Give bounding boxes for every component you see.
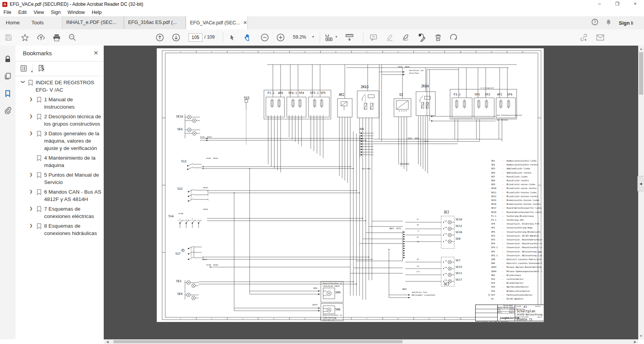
- frame-number: 1: [180, 51, 181, 53]
- title-block-header-cell: Name: [509, 305, 515, 307]
- zoom-in-icon[interactable]: [275, 32, 286, 43]
- cloud-upload-icon[interactable]: [36, 32, 46, 43]
- doc-tab-2[interactable]: EFG_VACe.pdf (SEC...✕: [186, 16, 248, 29]
- delete-pages-icon[interactable]: [433, 32, 444, 43]
- pdf-page[interactable]: 5S5F1.1 4F65F4.1 5F45F5.1 5F54K22K63U12K…: [157, 48, 544, 322]
- doc-tab-0[interactable]: INHALT_e.PDF (SEC...: [62, 16, 124, 29]
- chevron-icon[interactable]: ❯: [29, 97, 34, 101]
- highlight-icon[interactable]: [384, 32, 395, 43]
- frame-number: 11: [491, 51, 493, 53]
- document-area[interactable]: 5S5F1.1 4F65F4.1 5F45F5.1 5F54K22K63U12K…: [104, 46, 638, 339]
- scroll-up-icon[interactable]: ▲: [638, 47, 644, 51]
- chevron-icon[interactable]: ❯: [29, 223, 34, 228]
- close-button[interactable]: ×: [626, 0, 644, 9]
- page-thumbnails-icon[interactable]: [3, 72, 12, 80]
- expand-current-bookmark-icon[interactable]: [37, 64, 46, 74]
- save-icon[interactable]: [3, 32, 14, 43]
- fit-dropdown-caret[interactable]: ▼: [335, 35, 338, 39]
- drawing-subtitle: StVZO-Beleuchtung: [517, 313, 543, 316]
- horizontal-scroll-thumb[interactable]: [113, 340, 402, 343]
- frame-number: 4: [273, 51, 274, 53]
- menu-item-sign[interactable]: Sign: [48, 10, 64, 15]
- bookmarks-close-icon[interactable]: ✕: [93, 49, 98, 56]
- scroll-left-icon[interactable]: ◀: [104, 340, 110, 344]
- chevron-icon[interactable]: ❯: [29, 172, 34, 177]
- zoom-out-icon[interactable]: [259, 32, 270, 43]
- email-icon[interactable]: [595, 32, 606, 43]
- title-block-cell: Bearb.: [498, 307, 504, 309]
- bookmark-item-7[interactable]: ❯7 Esquemas de conexiones eléctricas: [15, 205, 104, 220]
- acrobat-window: A EFG_VACe.pdf (SECURED) - Adobe Acrobat…: [0, 0, 644, 344]
- tools-pane-handle[interactable]: ◀: [637, 176, 644, 191]
- bookmark-item-5[interactable]: ❯5 Puntos del Manual de Servicio: [15, 171, 104, 186]
- bookmarks-panel-icon[interactable]: [3, 89, 12, 98]
- select-tool-icon[interactable]: [227, 32, 238, 43]
- frame-number: 9: [428, 51, 429, 53]
- menu-item-edit[interactable]: Edit: [15, 10, 30, 15]
- notifications-bell-icon[interactable]: [605, 19, 612, 27]
- bookmark-item-3[interactable]: ❯3 Datos generales de la máquina, valore…: [15, 130, 104, 152]
- close-tab-icon[interactable]: ✕: [243, 20, 247, 26]
- title-block-cell: Norm: [498, 312, 504, 313]
- chevron-icon[interactable]: ❯: [29, 189, 34, 194]
- share-link-icon[interactable]: [578, 32, 589, 43]
- find-icon[interactable]: [67, 32, 78, 43]
- help-icon[interactable]: ?: [591, 19, 598, 27]
- bookmark-item-1[interactable]: ❯1 Manual de instrucciones: [15, 96, 104, 111]
- chevron-icon[interactable]: ❯: [21, 80, 25, 85]
- sign-in-button[interactable]: Sign In: [619, 20, 633, 26]
- tab-home[interactable]: Home: [0, 16, 26, 29]
- tab-tools[interactable]: Tools: [26, 16, 50, 29]
- horizontal-scrollbar[interactable]: ◀ ▶: [104, 339, 638, 344]
- menu-item-help[interactable]: Help: [88, 10, 105, 15]
- sign-pen-icon[interactable]: [401, 32, 412, 43]
- bookmark-item-2[interactable]: ❯2 Descripción técnica de los grupos con…: [15, 113, 104, 128]
- menu-item-view[interactable]: View: [30, 10, 48, 15]
- scroll-down-icon[interactable]: ▼: [638, 334, 644, 338]
- drawing-title: Schaltplan: [517, 310, 535, 313]
- zoom-dropdown-caret[interactable]: ▼: [312, 35, 315, 39]
- bookmark-icon: [36, 223, 42, 231]
- chevron-icon[interactable]: ❯: [29, 206, 34, 211]
- security-lock-icon[interactable]: [3, 55, 12, 63]
- send-review-icon[interactable]: [448, 32, 459, 43]
- bookmark-label: INDICE DE REGISTROS EFG- V /AC: [36, 79, 98, 94]
- frame-numbers: 112233445566778899101011111212: [157, 48, 544, 322]
- page-number-input[interactable]: 105: [188, 33, 202, 42]
- next-page-icon[interactable]: [171, 32, 182, 43]
- toolbar-options-icon[interactable]: [344, 32, 355, 43]
- menu-item-file[interactable]: File: [0, 10, 15, 15]
- fit-width-icon[interactable]: [324, 32, 334, 43]
- doc-tab-1[interactable]: EFG_316ac ES.pdf (...: [124, 16, 186, 29]
- menu-item-window[interactable]: Window: [64, 10, 88, 15]
- zoom-level-value[interactable]: 59.2%: [293, 33, 306, 41]
- previous-page-icon[interactable]: [154, 32, 165, 43]
- frame-number: 3: [242, 318, 243, 320]
- vertical-scrollbar[interactable]: ▲ ▼: [638, 46, 644, 339]
- status-label: Status: [535, 305, 541, 307]
- vertical-scroll-thumb[interactable]: [639, 52, 643, 95]
- title-bar: A EFG_VACe.pdf (SECURED) - Adobe Acrobat…: [0, 0, 644, 9]
- frame-number: 3: [242, 51, 243, 53]
- svg-text:?: ?: [594, 20, 596, 24]
- menu-bar: FileEditViewSignWindowHelp: [0, 9, 644, 16]
- print-icon[interactable]: [51, 32, 62, 43]
- restore-button[interactable]: ❐: [608, 0, 626, 9]
- attachments-icon[interactable]: [3, 106, 12, 114]
- comment-icon[interactable]: [368, 32, 379, 43]
- chevron-icon[interactable]: ❯: [29, 114, 34, 118]
- hand-tool-icon[interactable]: [242, 32, 253, 43]
- sheet-label: Blatt: [538, 316, 542, 318]
- scroll-right-icon[interactable]: ▶: [633, 340, 637, 344]
- minimize-button[interactable]: –: [591, 0, 608, 9]
- chevron-icon[interactable]: ❯: [29, 131, 34, 135]
- title-block-cell: Wagner: [509, 312, 515, 313]
- bookmark-options-icon[interactable]: ▼: [20, 64, 33, 74]
- title-block-cell: Schmid, M.: [509, 309, 515, 311]
- bookmark-item-0[interactable]: ❯INDICE DE REGISTROS EFG- V /AC: [15, 79, 104, 94]
- fill-sign-icon[interactable]: [416, 32, 427, 43]
- star-icon[interactable]: [19, 32, 30, 43]
- bookmark-item-8[interactable]: ❯8 Esquemas de conexiones hidráulicas: [15, 222, 104, 237]
- bookmark-item-6[interactable]: ❯6 Mandos CAN - Bus AS 4812F y AS 4814H: [15, 188, 104, 203]
- bookmark-item-4[interactable]: 4 Mantenimiento de la máquina: [15, 154, 104, 169]
